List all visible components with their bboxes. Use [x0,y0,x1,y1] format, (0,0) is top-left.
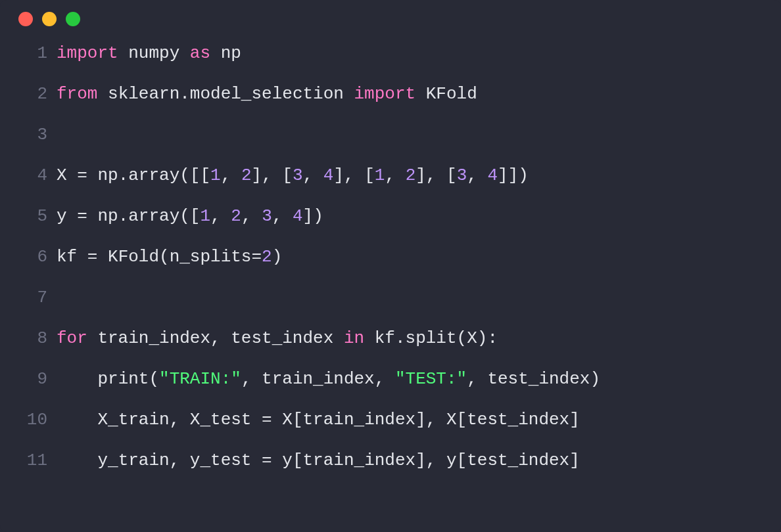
code-line[interactable]: 7 [17,288,768,328]
code-token: X [446,410,457,430]
code-token: ) [590,369,600,389]
code-token: , [467,166,487,185]
minimize-icon[interactable] [42,12,57,26]
code-token [344,84,354,104]
code-token: [ [457,451,467,470]
code-token: X [467,328,477,348]
code-content[interactable]: for train_index, test_index in kf.split(… [57,328,498,348]
code-editor[interactable]: 1import numpy as np2from sklearn.model_s… [0,43,781,491]
code-token: import [57,43,118,63]
code-line[interactable]: 2from sklearn.model_selection import KFo… [17,84,768,125]
code-token: 2 [406,166,416,185]
code-line[interactable]: 10 X_train, X_test = X[train_index], X[t… [17,410,768,451]
code-token: "TRAIN:" [159,369,241,389]
code-token: "TEST:" [395,369,467,389]
code-token [415,84,426,104]
code-token: np [87,166,118,185]
code-token: train_index [262,369,375,389]
code-token: = [77,166,87,185]
code-content[interactable]: X = np.array([[1, 2], [3, 4], [1, 2], [3… [57,166,529,185]
code-token: KFold [97,247,159,267]
code-token: ]) [303,206,323,226]
code-token [57,369,97,389]
line-number: 3 [17,125,57,144]
code-line[interactable]: 8for train_index, test_index in kf.split… [17,328,768,369]
code-token: ( [457,328,467,348]
code-token: X_test [190,410,262,430]
code-token: ) [477,328,488,348]
code-token: ] [569,410,580,430]
code-token: ], [ [252,166,293,185]
code-token: n_splits [170,247,252,267]
code-token: np [221,43,241,63]
code-token: numpy [128,43,179,63]
code-content[interactable]: kf = KFold(n_splits=2) [57,247,282,267]
code-token [57,451,97,470]
code-token: for [57,328,87,348]
code-token: test_index [487,369,590,389]
line-number: 5 [17,206,57,226]
code-content[interactable]: X_train, X_test = X[train_index], X[test… [57,410,580,430]
code-token: ]]) [498,166,529,185]
code-token: , [241,369,262,389]
code-token: array [128,206,179,226]
code-token: train_index [303,451,416,470]
code-token: from [57,84,97,104]
code-token: , [210,328,221,348]
code-token: [ [457,410,467,430]
code-content[interactable]: from sklearn.model_selection import KFol… [57,84,477,104]
code-line[interactable]: 11 y_train, y_test = y[train_index], y[t… [17,451,768,491]
code-token: = [87,247,98,267]
line-number: 6 [17,247,57,267]
code-token: model_selection [190,84,344,104]
code-token [118,43,129,63]
code-token: ], [415,451,446,470]
code-token: kf [364,328,395,348]
code-content[interactable]: y = np.array([1, 2, 3, 4]) [57,206,323,226]
code-token: . [395,328,406,348]
line-number: 7 [17,288,57,307]
code-content[interactable]: y_train, y_test = y[train_index], y[test… [57,451,580,470]
code-token [57,410,97,430]
close-icon[interactable] [18,12,33,26]
code-token: 2 [231,206,241,226]
code-token: , [241,206,262,226]
code-token: , [375,369,395,389]
code-content[interactable]: import numpy as np [57,43,241,63]
code-token: ) [272,247,283,267]
code-line[interactable]: 9 print("TRAIN:", train_index, "TEST:", … [17,369,768,410]
code-token: 4 [293,206,303,226]
code-token [97,84,108,104]
code-token: , [385,166,405,185]
editor-window: 1import numpy as np2from sklearn.model_s… [0,0,781,532]
code-token: 3 [262,206,272,226]
code-token: import [354,84,416,104]
code-content[interactable]: print("TRAIN:", train_index, "TEST:", te… [57,369,600,389]
zoom-icon[interactable] [66,12,80,26]
window-controls [0,12,781,43]
code-token: , [170,410,190,430]
code-token: = [77,206,87,226]
code-line[interactable]: 4X = np.array([[1, 2], [3, 4], [1, 2], [… [17,166,768,206]
code-token: kf [57,247,87,267]
code-token: train_index [87,328,210,348]
line-number: 11 [17,451,57,470]
code-token: [ [293,410,303,430]
code-line[interactable]: 6kf = KFold(n_splits=2) [17,247,768,288]
code-token: y_train [97,451,169,470]
line-number: 9 [17,369,57,389]
code-token: test_index [467,410,569,430]
code-line[interactable]: 5y = np.array([1, 2, 3, 4]) [17,206,768,247]
code-line[interactable]: 1import numpy as np [17,43,768,84]
code-token: 1 [200,206,210,226]
code-token: = [262,451,272,470]
code-token: . [118,206,129,226]
code-token: KFold [426,84,477,104]
code-token: y_test [190,451,262,470]
code-token: 3 [293,166,303,185]
code-token: as [190,43,210,63]
code-line[interactable]: 3 [17,125,768,166]
code-token: print [97,369,149,389]
code-token: y [446,451,457,470]
code-token: 1 [210,166,221,185]
